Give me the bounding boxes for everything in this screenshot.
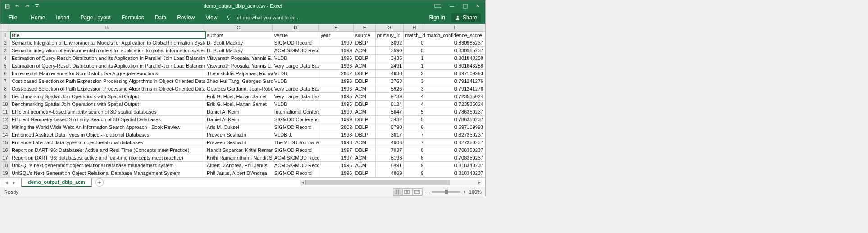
tell-me-search[interactable]: Tell me what you want to do...	[226, 15, 300, 20]
cell[interactable]: Semantic integration of environmental mo…	[10, 47, 205, 54]
scroll-thumb[interactable]	[306, 180, 450, 185]
cell[interactable]: Incremental Maintenance for Non-Distribu…	[10, 70, 205, 77]
cell[interactable]: 8193	[376, 154, 404, 161]
column-header-D[interactable]: D	[273, 24, 319, 31]
cell[interactable]: 0	[404, 47, 425, 54]
cell[interactable]: Cost-based Selection of Path Expression …	[10, 78, 205, 85]
cell[interactable]: ACM	[354, 108, 376, 115]
cell[interactable]: 9	[404, 169, 425, 177]
cell[interactable]: ACM	[354, 139, 376, 146]
cell[interactable]: 8491	[376, 162, 404, 169]
sheet-nav-next-icon[interactable]: ►	[12, 180, 17, 185]
scroll-right-icon[interactable]: ►	[477, 180, 482, 185]
cell[interactable]: 1996	[319, 162, 354, 169]
cell[interactable]: 0.830985237	[425, 47, 485, 54]
cell[interactable]: Cost-based Selection of Path Expression …	[10, 85, 205, 92]
cell[interactable]: D. Scott Mackay	[205, 39, 273, 46]
minimize-icon[interactable]: —	[450, 3, 454, 9]
cell[interactable]: title	[10, 32, 205, 39]
cell[interactable]: 2002	[319, 123, 354, 131]
row-header[interactable]: 6	[0, 70, 10, 77]
cell[interactable]: 0.697109993	[425, 123, 485, 131]
cell[interactable]: SIGMOD Record	[273, 169, 319, 177]
cell[interactable]: 6790	[376, 123, 404, 131]
cell[interactable]: 0.723535024	[425, 93, 485, 100]
cell[interactable]: primary_id	[376, 32, 404, 39]
cell[interactable]: 1999	[319, 39, 354, 46]
cell[interactable]: 1996	[319, 55, 354, 62]
cell[interactable]: 1999	[319, 116, 354, 123]
row-header[interactable]: 15	[0, 139, 10, 146]
tab-view[interactable]: View	[200, 11, 223, 24]
zoom-level[interactable]: 100%	[469, 189, 482, 195]
row-header[interactable]: 2	[0, 39, 10, 46]
row-header[interactable]: 9	[0, 93, 10, 100]
cell[interactable]: 7	[404, 139, 425, 146]
cell[interactable]: 1999	[319, 47, 354, 54]
cell[interactable]: VLDB	[273, 55, 319, 62]
cell[interactable]: 3617	[376, 131, 404, 138]
zoom-slider[interactable]	[432, 191, 460, 193]
cell[interactable]: 0.801848258	[425, 62, 485, 69]
cell[interactable]: DBLP	[354, 116, 376, 123]
cell[interactable]: 5	[404, 116, 425, 123]
cell[interactable]: ACM	[354, 154, 376, 161]
sheet-nav-arrows[interactable]: ◄ ►	[0, 180, 20, 185]
cell[interactable]: Benchmarking Spatial Join Operations wit…	[10, 93, 205, 100]
cell[interactable]: ACM	[354, 85, 376, 92]
row-header[interactable]: 16	[0, 146, 10, 154]
cell[interactable]: ACM	[354, 93, 376, 100]
undo-icon[interactable]	[14, 3, 20, 9]
cell[interactable]: authors	[205, 32, 273, 39]
cell[interactable]: Report on DART '96: Databases: Active an…	[10, 146, 205, 154]
cell[interactable]: Daniel A. Keim	[205, 116, 273, 123]
qat-dropdown-icon[interactable]	[34, 3, 40, 9]
cell[interactable]: 0.708350237	[425, 146, 485, 154]
cell[interactable]: 3092	[376, 39, 404, 46]
cell[interactable]: Aris M. Ouksel	[205, 123, 273, 131]
cell[interactable]: Enhanced abstract data types in object-r…	[10, 139, 205, 146]
cell[interactable]: Report on DART '96: databases: active an…	[10, 154, 205, 161]
cell[interactable]: DBLP	[354, 101, 376, 108]
cell[interactable]: DBLP	[354, 78, 376, 85]
redo-icon[interactable]	[24, 3, 30, 9]
cell[interactable]: SIGMOD Conference	[273, 116, 319, 123]
row-header[interactable]: 5	[0, 62, 10, 69]
cell[interactable]: Viswanath Poosala, Yannis E. Ioannidis	[205, 55, 273, 62]
cell[interactable]: VLDB	[273, 101, 319, 108]
scroll-left-icon[interactable]: ◄	[300, 180, 305, 185]
cell[interactable]: 1997	[319, 154, 354, 161]
cell[interactable]: Themistoklis Palpanas, Richard Sidle	[205, 70, 273, 77]
cell[interactable]: 1	[404, 55, 425, 62]
cell[interactable]: UniSQL's next-generation object-relation…	[10, 162, 205, 169]
cell[interactable]: 2002	[319, 70, 354, 77]
maximize-icon[interactable]	[463, 4, 468, 9]
save-icon[interactable]	[4, 3, 10, 9]
sign-in-link[interactable]: Sign in	[428, 14, 445, 21]
cell[interactable]: 0.791241276	[425, 85, 485, 92]
cell[interactable]: 7937	[376, 146, 404, 154]
cell[interactable]: ACM SIGMOD Record	[273, 162, 319, 169]
cell[interactable]: 4638	[376, 70, 404, 77]
cell[interactable]: Mining the World Wide Web: An Informatio…	[10, 123, 205, 131]
cell[interactable]: Viswanath Poosala, Yannis E. Ioannidis	[205, 62, 273, 69]
cell[interactable]: Efficient Geometry-based Similarity Sear…	[10, 116, 205, 123]
cell[interactable]: DBLP	[354, 131, 376, 138]
cell[interactable]: The VLDB Journal &	[273, 139, 319, 146]
cell[interactable]: 0.818340237	[425, 162, 485, 169]
row-header[interactable]: 13	[0, 123, 10, 131]
cell[interactable]: DBLP	[354, 123, 376, 131]
row-header[interactable]: 1	[0, 32, 10, 39]
cell[interactable]: DBLP	[354, 169, 376, 177]
cell[interactable]: Phil Janus, Albert D'Andrea	[205, 169, 273, 177]
cell[interactable]: 1998	[319, 139, 354, 146]
cell[interactable]: 2491	[376, 62, 404, 69]
cell[interactable]: VLDB J.	[273, 131, 319, 138]
cell[interactable]: 4906	[376, 139, 404, 146]
zoom-thumb[interactable]	[445, 190, 448, 194]
cell[interactable]: SIGMOD Record	[273, 123, 319, 131]
cell[interactable]: match_id	[404, 32, 425, 39]
row-header[interactable]: 18	[0, 162, 10, 169]
cell[interactable]: 4	[404, 93, 425, 100]
cell[interactable]: VLDB	[273, 78, 319, 85]
